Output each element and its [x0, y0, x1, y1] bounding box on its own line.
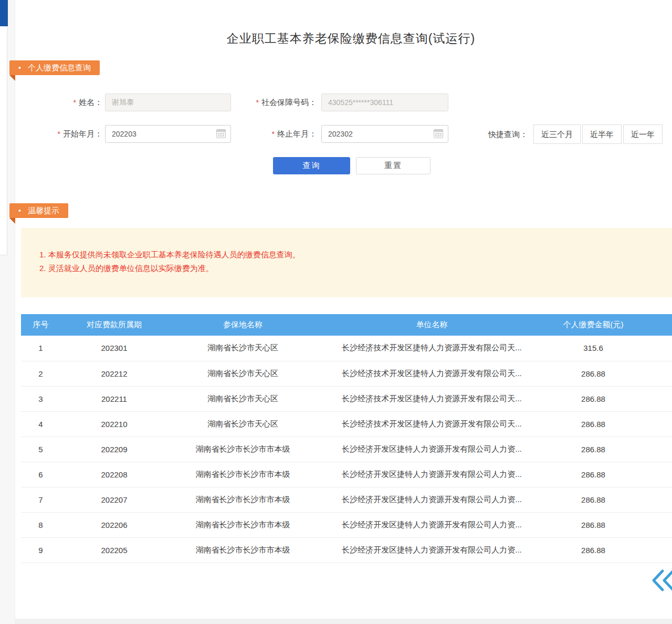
- cell-period: 202301: [60, 336, 168, 361]
- cell-employer: 长沙经济技术开发区捷特人力资源开发有限公司天...: [318, 336, 546, 361]
- social-security-number-field[interactable]: [321, 93, 448, 111]
- calendar-icon[interactable]: [216, 129, 226, 138]
- cell-amount: 286.88: [546, 462, 672, 487]
- table-row: 6 202208 湖南省长沙市长沙市市本级 长沙经济开发区捷特人力资源开发有限公…: [21, 462, 672, 487]
- end-month-field[interactable]: [321, 125, 448, 143]
- cell-index: 1: [21, 336, 60, 361]
- section-header-personal-payment-query: • 个人缴费信息查询: [9, 60, 100, 75]
- required-asterisk: *: [272, 130, 275, 138]
- quick-last-year-button[interactable]: 近一年: [623, 124, 663, 144]
- bullet-icon: •: [18, 206, 21, 215]
- table-row: 5 202209 湖南省长沙市长沙市市本级 长沙经济开发区捷特人力资源开发有限公…: [21, 436, 672, 462]
- cell-insured-place: 湖南省长沙市长沙市市本级: [168, 537, 318, 563]
- tips-panel: 1. 本服务仅提供尚未领取企业职工基本养老保险待遇人员的缴费信息查询。 2. 灵…: [21, 228, 672, 297]
- name-field[interactable]: [105, 93, 231, 111]
- bottom-background-strip: [15, 619, 672, 624]
- required-asterisk: *: [256, 98, 259, 107]
- cell-employer: 长沙经济开发区捷特人力资源开发有限公司人力资...: [318, 462, 546, 487]
- table-row: 4 202210 湖南省长沙市天心区 长沙经济技术开发区捷特人力资源开发有限公司…: [21, 411, 672, 436]
- quick-query-label: 快捷查询：: [488, 125, 528, 144]
- cell-insured-place: 湖南省长沙市长沙市市本级: [168, 487, 318, 512]
- tip-line-2: 2. 灵活就业人员的缴费单位信息以实际缴费为准。: [39, 262, 662, 275]
- quick-query-group: 近三个月 近半年 近一年: [533, 124, 663, 144]
- cell-insured-place: 湖南省长沙市天心区: [168, 361, 318, 386]
- cell-index: 5: [21, 436, 60, 462]
- table-header-row: 序号 对应费款所属期 参保地名称 单位名称 个人缴费金额(元): [21, 314, 672, 336]
- cell-employer: 长沙经济技术开发区捷特人力资源开发有限公司天...: [318, 386, 546, 411]
- start-month-label: *开始年月：: [32, 125, 102, 143]
- col-header-period: 对应费款所属期: [60, 314, 168, 336]
- name-label: *姓名：: [32, 93, 102, 111]
- query-button[interactable]: 查询: [273, 157, 350, 174]
- cell-index: 2: [21, 361, 60, 386]
- cell-period: 202211: [60, 386, 168, 411]
- payments-table: 序号 对应费款所属期 参保地名称 单位名称 个人缴费金额(元) 1 202301…: [21, 314, 672, 563]
- col-header-amount: 个人缴费金额(元): [546, 314, 672, 336]
- section-label: 个人缴费信息查询: [28, 63, 91, 73]
- ssn-label: *社会保障号码：: [239, 93, 317, 111]
- cell-amount: 315.6: [546, 336, 672, 361]
- cell-insured-place: 湖南省长沙市长沙市市本级: [168, 436, 318, 462]
- cell-insured-place: 湖南省长沙市天心区: [168, 386, 318, 411]
- cell-amount: 286.88: [546, 436, 672, 462]
- cell-index: 7: [21, 487, 60, 512]
- cell-employer: 长沙经济技术开发区捷特人力资源开发有限公司天...: [318, 411, 546, 436]
- cell-period: 202210: [60, 411, 168, 436]
- quick-last-half-year-button[interactable]: 近半年: [582, 124, 622, 144]
- cell-employer: 长沙经济开发区捷特人力资源开发有限公司人力资...: [318, 512, 546, 537]
- cell-period: 202206: [60, 512, 168, 537]
- col-header-insured-place: 参保地名称: [168, 314, 318, 336]
- quick-last-3-months-button[interactable]: 近三个月: [533, 124, 581, 144]
- cell-amount: 286.88: [546, 537, 672, 563]
- cell-employer: 长沙经济开发区捷特人力资源开发有限公司人力资...: [318, 436, 546, 462]
- calendar-icon[interactable]: [434, 129, 443, 138]
- table-row: 8 202206 湖南省长沙市长沙市市本级 长沙经济开发区捷特人力资源开发有限公…: [21, 512, 672, 537]
- required-asterisk: *: [58, 130, 60, 138]
- collapse-double-left-chevron-icon[interactable]: [650, 568, 672, 592]
- cell-insured-place: 湖南省长沙市长沙市市本级: [168, 512, 318, 537]
- cell-amount: 286.88: [546, 512, 672, 537]
- col-header-employer: 单位名称: [318, 314, 546, 336]
- cell-insured-place: 湖南省长沙市天心区: [168, 411, 318, 436]
- table-body: 1 202301 湖南省长沙市天心区 长沙经济技术开发区捷特人力资源开发有限公司…: [21, 336, 672, 563]
- cell-amount: 286.88: [546, 411, 672, 436]
- tip-line-1: 1. 本服务仅提供尚未领取企业职工基本养老保险待遇人员的缴费信息查询。: [39, 248, 662, 262]
- cell-period: 202205: [60, 537, 168, 563]
- table-row: 7 202207 湖南省长沙市长沙市市本级 长沙经济开发区捷特人力资源开发有限公…: [21, 487, 672, 512]
- cell-insured-place: 湖南省长沙市天心区: [168, 336, 318, 361]
- table-row: 3 202211 湖南省长沙市天心区 长沙经济技术开发区捷特人力资源开发有限公司…: [21, 386, 672, 411]
- cell-index: 3: [21, 386, 60, 411]
- table-row: 9 202205 湖南省长沙市长沙市市本级 长沙经济开发区捷特人力资源开发有限公…: [21, 537, 672, 563]
- section-label: 温馨提示: [28, 206, 59, 216]
- cell-employer: 长沙经济开发区捷特人力资源开发有限公司人力资...: [318, 537, 546, 563]
- page: 企业职工基本养老保险缴费信息查询(试运行) • 个人缴费信息查询 *姓名： *社…: [0, 0, 672, 624]
- cell-period: 202212: [60, 361, 168, 386]
- cell-index: 4: [21, 411, 60, 436]
- ribbon-fold-icon: [9, 218, 15, 224]
- required-asterisk: *: [74, 98, 76, 107]
- cell-insured-place: 湖南省长沙市长沙市市本级: [168, 462, 318, 487]
- cell-employer: 长沙经济技术开发区捷特人力资源开发有限公司天...: [318, 361, 546, 386]
- cell-period: 202208: [60, 462, 168, 487]
- cell-amount: 286.88: [546, 386, 672, 411]
- cell-index: 9: [21, 537, 60, 563]
- cell-amount: 286.88: [546, 361, 672, 386]
- table-row: 2 202212 湖南省长沙市天心区 长沙经济技术开发区捷特人力资源开发有限公司…: [21, 361, 672, 386]
- cell-period: 202209: [60, 436, 168, 462]
- section-header-tips: • 温馨提示: [9, 203, 68, 218]
- start-month-field[interactable]: [105, 125, 231, 143]
- table-row: 1 202301 湖南省长沙市天心区 长沙经济技术开发区捷特人力资源开发有限公司…: [21, 336, 672, 361]
- cell-index: 6: [21, 462, 60, 487]
- ribbon-fold-icon: [9, 75, 15, 81]
- reset-button[interactable]: 重置: [356, 157, 430, 174]
- bullet-icon: •: [18, 64, 21, 72]
- cell-period: 202207: [60, 487, 168, 512]
- col-header-index: 序号: [21, 314, 60, 336]
- end-month-label: *终止年月：: [239, 125, 317, 143]
- side-panel-edge: [0, 0, 7, 255]
- cell-employer: 长沙经济开发区捷特人力资源开发有限公司人力资...: [318, 487, 546, 512]
- cell-amount: 286.88: [546, 487, 672, 512]
- side-panel-blue-fragment: [0, 0, 8, 26]
- cell-index: 8: [21, 512, 60, 537]
- page-title: 企业职工基本养老保险缴费信息查询(试运行): [30, 30, 672, 47]
